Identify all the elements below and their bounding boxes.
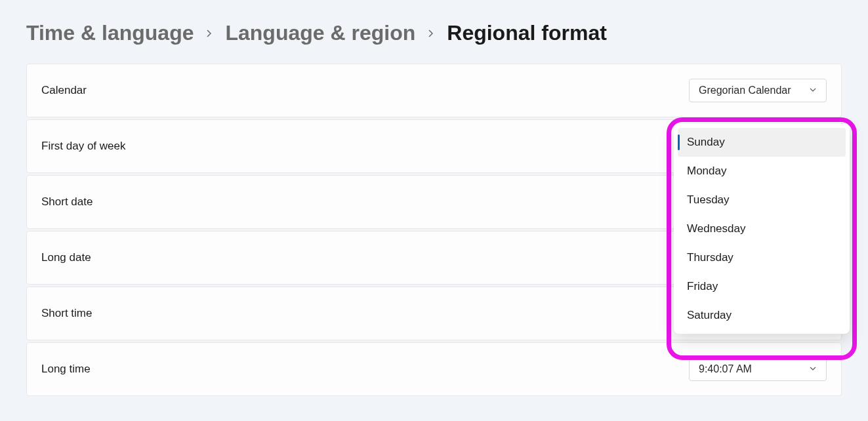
setting-label: Short date [41, 195, 93, 209]
chevron-right-icon [427, 30, 435, 37]
setting-label: Calendar [41, 84, 87, 97]
breadcrumb-time-language[interactable]: Time & language [26, 21, 194, 45]
setting-label: Short time [41, 307, 92, 320]
chevron-down-icon [809, 86, 817, 96]
settings-list: Calendar Gregorian Calendar First day of… [26, 64, 842, 396]
dropdown-option-wednesday[interactable]: Wednesday [678, 214, 846, 243]
dropdown-value: 9:40:07 AM [699, 363, 752, 375]
long-time-dropdown[interactable]: 9:40:07 AM [689, 357, 827, 381]
dropdown-option-friday[interactable]: Friday [678, 272, 846, 301]
first-day-dropdown-menu: Sunday Monday Tuesday Wednesday Thursday… [674, 124, 850, 334]
setting-label: First day of week [41, 140, 126, 153]
breadcrumb-current: Regional format [447, 21, 607, 45]
setting-label: Long date [41, 251, 91, 264]
setting-row-calendar: Calendar Gregorian Calendar [26, 64, 842, 117]
dropdown-option-monday[interactable]: Monday [678, 157, 846, 186]
breadcrumb: Time & language Language & region Region… [26, 21, 842, 45]
breadcrumb-language-region[interactable]: Language & region [225, 21, 415, 45]
dropdown-option-saturday[interactable]: Saturday [678, 301, 846, 330]
calendar-dropdown[interactable]: Gregorian Calendar [689, 79, 827, 102]
dropdown-option-tuesday[interactable]: Tuesday [678, 186, 846, 214]
dropdown-value: Gregorian Calendar [699, 85, 791, 96]
dropdown-option-thursday[interactable]: Thursday [678, 243, 846, 272]
setting-row-long-time: Long time 9:40:07 AM [26, 342, 842, 396]
chevron-down-icon [809, 365, 817, 374]
dropdown-option-sunday[interactable]: Sunday [678, 128, 846, 157]
setting-label: Long time [41, 363, 91, 376]
chevron-right-icon [205, 30, 213, 37]
